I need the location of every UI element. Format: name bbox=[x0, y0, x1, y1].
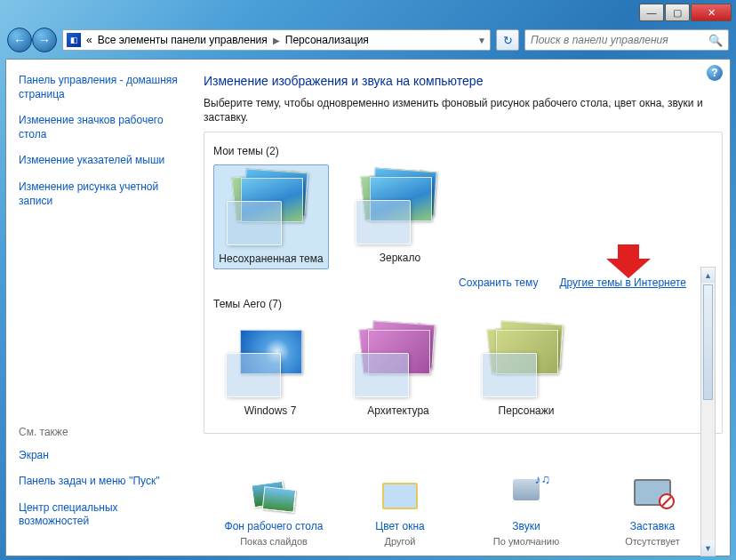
breadcrumb-item[interactable]: Все элементы панели управления bbox=[98, 34, 268, 46]
aero-themes-row: Windows 7 Архитектура bbox=[213, 317, 713, 420]
sounds-value: По умолчанию bbox=[493, 536, 559, 547]
bottom-row: Фон рабочего стола Показ слайдов Цвет ок… bbox=[204, 479, 723, 547]
theme-label: Персонажи bbox=[499, 404, 555, 417]
theme-item-architecture[interactable]: Архитектура bbox=[341, 317, 455, 420]
theme-thumbnail bbox=[217, 321, 324, 399]
toolbar: ← → ◧ « Все элементы панели управления ▶… bbox=[0, 25, 736, 55]
save-theme-link[interactable]: Сохранить тему bbox=[459, 276, 538, 289]
see-also-label: См. также bbox=[19, 426, 180, 438]
desktop-background-icon bbox=[249, 479, 299, 516]
screensaver-value: Отсутствует bbox=[625, 536, 680, 547]
theme-thumbnail bbox=[218, 169, 324, 247]
scroll-down-button[interactable]: ▼ bbox=[701, 540, 715, 556]
window-color-value: Другой bbox=[385, 536, 416, 547]
theme-item-windows7[interactable]: Windows 7 bbox=[213, 317, 327, 420]
theme-thumbnail bbox=[347, 168, 453, 246]
forward-button[interactable]: → bbox=[32, 28, 57, 52]
window-color-icon bbox=[375, 479, 425, 516]
desktop-background-item[interactable]: Фон рабочего стола Показ слайдов bbox=[212, 479, 336, 547]
breadcrumb-sep-icon: ▶ bbox=[273, 36, 280, 45]
breadcrumb-item[interactable]: Персонализация bbox=[285, 34, 369, 46]
scrollbar[interactable]: ▲ ▼ bbox=[700, 267, 716, 556]
minimize-button[interactable]: — bbox=[639, 4, 664, 21]
theme-links: Сохранить тему Другие темы в Интернете bbox=[213, 276, 713, 289]
theme-item-unsaved[interactable]: Несохраненная тема bbox=[213, 164, 329, 269]
my-themes-label: Мои темы (2) bbox=[213, 145, 713, 157]
window-body: ? Панель управления - домашняя страница … bbox=[5, 59, 731, 556]
sidebar-mouse-pointers-link[interactable]: Изменение указателей мыши bbox=[19, 154, 180, 168]
arrow-annotation-icon bbox=[606, 244, 651, 284]
theme-label: Зеркало bbox=[380, 252, 421, 264]
theme-item-mirror[interactable]: Зеркало bbox=[343, 164, 457, 269]
sounds-icon: ♪♫ bbox=[501, 479, 551, 516]
sidebar-screen-link[interactable]: Экран bbox=[19, 449, 180, 463]
screensaver-item[interactable]: Заставка Отсутствует bbox=[590, 479, 715, 547]
desktop-background-value: Показ слайдов bbox=[240, 536, 308, 547]
theme-label: Windows 7 bbox=[244, 404, 297, 417]
screensaver-icon bbox=[628, 479, 677, 516]
address-bar[interactable]: ◧ « Все элементы панели управления ▶ Пер… bbox=[62, 29, 491, 51]
maximize-button[interactable]: ▢ bbox=[665, 4, 690, 21]
sidebar-account-picture-link[interactable]: Изменение рисунка учетной записи bbox=[19, 180, 180, 208]
search-input[interactable] bbox=[531, 34, 708, 46]
sounds-item[interactable]: ♪♫ Звуки По умолчанию bbox=[464, 479, 588, 547]
theme-label: Архитектура bbox=[367, 404, 429, 417]
desktop-background-link[interactable]: Фон рабочего стола bbox=[225, 520, 324, 532]
breadcrumb-prefix: « bbox=[86, 34, 92, 46]
page-description: Выберите тему, чтобы одновременно измени… bbox=[204, 97, 723, 124]
screensaver-link[interactable]: Заставка bbox=[630, 520, 676, 532]
control-panel-icon: ◧ bbox=[67, 33, 81, 47]
back-button[interactable]: ← bbox=[7, 28, 32, 52]
sidebar: Панель управления - домашняя страница Из… bbox=[6, 60, 193, 556]
scroll-up-button[interactable]: ▲ bbox=[701, 268, 715, 283]
aero-themes-label: Темы Aero (7) bbox=[213, 298, 713, 310]
help-icon[interactable]: ? bbox=[707, 65, 723, 81]
sidebar-desktop-icons-link[interactable]: Изменение значков рабочего стола bbox=[19, 114, 180, 141]
search-icon: 🔍 bbox=[708, 34, 723, 47]
main-content: Изменение изображения и звука на компьют… bbox=[193, 60, 730, 556]
window-color-link[interactable]: Цвет окна bbox=[375, 520, 424, 532]
refresh-button[interactable]: ↻ bbox=[496, 29, 519, 51]
sidebar-ease-of-access-link[interactable]: Центр специальных возможностей bbox=[19, 501, 180, 529]
themes-panel: Мои темы (2) Несохраненная тема bbox=[204, 132, 723, 434]
theme-thumbnail bbox=[345, 321, 452, 399]
scroll-thumb[interactable] bbox=[703, 284, 713, 400]
theme-label: Несохраненная тема bbox=[219, 252, 323, 265]
sounds-link[interactable]: Звуки bbox=[512, 520, 540, 532]
search-box[interactable]: 🔍 bbox=[524, 29, 729, 51]
close-button[interactable]: ✕ bbox=[691, 4, 732, 21]
sidebar-home-link[interactable]: Панель управления - домашняя страница bbox=[19, 74, 180, 101]
address-dropdown-icon[interactable]: ▼ bbox=[477, 36, 486, 45]
sidebar-taskbar-link[interactable]: Панель задач и меню ''Пуск'' bbox=[19, 475, 180, 489]
theme-item-characters[interactable]: Персонажи bbox=[469, 317, 583, 420]
titlebar: — ▢ ✕ bbox=[0, 0, 736, 25]
page-title: Изменение изображения и звука на компьют… bbox=[204, 74, 723, 88]
window-color-item[interactable]: Цвет окна Другой bbox=[338, 479, 462, 547]
theme-thumbnail bbox=[473, 321, 580, 399]
